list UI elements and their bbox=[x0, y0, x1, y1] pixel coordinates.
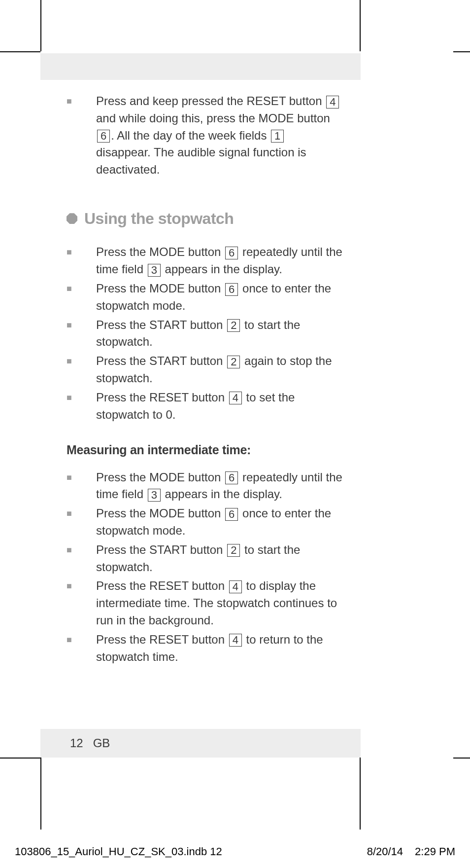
crop-mark bbox=[360, 758, 361, 830]
item-text: Press the MODE button 6 once to enter th… bbox=[96, 505, 342, 540]
ref-box: 6 bbox=[225, 247, 238, 259]
item-text: Press the MODE button 6 repeatedly until… bbox=[96, 469, 342, 504]
ref-box: 4 bbox=[229, 580, 242, 593]
list-item: ■ Press the MODE button 6 repeatedly unt… bbox=[67, 244, 342, 278]
subheading: Measuring an intermediate time: bbox=[67, 441, 342, 459]
heading-text: Using the stopwatch bbox=[84, 207, 234, 230]
bullet-icon: ■ bbox=[67, 353, 96, 387]
bullet-icon: ■ bbox=[67, 469, 96, 504]
page-number: 12 bbox=[70, 736, 83, 750]
slug-time: 2:29 PM bbox=[415, 845, 455, 858]
list-item: ■ Press and keep pressed the RESET butto… bbox=[67, 93, 342, 179]
header-band bbox=[40, 53, 361, 80]
item-text: Press the START button 2 to start the st… bbox=[96, 542, 342, 576]
ref-box: 3 bbox=[148, 489, 161, 502]
item-text: Press the RESET button 4 to display the … bbox=[96, 578, 342, 629]
bullet-icon: ■ bbox=[67, 280, 96, 315]
list-item: ■ Press the RESET button 4 to return to … bbox=[67, 631, 342, 666]
bullet-icon: ■ bbox=[67, 317, 96, 351]
ref-box: 6 bbox=[225, 471, 238, 484]
item-text: Press the RESET button 4 to set the stop… bbox=[96, 389, 342, 424]
list-item: ■ Press the RESET button 4 to set the st… bbox=[67, 389, 342, 424]
slug-filename: 103806_15_Auriol_HU_CZ_SK_03.indb 12 bbox=[15, 845, 222, 858]
bullet-icon: ■ bbox=[67, 389, 96, 424]
crop-mark bbox=[40, 0, 41, 51]
section-heading: Using the stopwatch bbox=[67, 207, 342, 230]
item-text: Press the START button 2 again to stop t… bbox=[96, 353, 342, 387]
ref-box: 2 bbox=[227, 356, 240, 368]
list-item: ■ Press the START button 2 to start the … bbox=[67, 542, 342, 576]
bullet-icon: ■ bbox=[67, 93, 96, 179]
bullet-icon: ■ bbox=[67, 578, 96, 629]
print-slug: 103806_15_Auriol_HU_CZ_SK_03.indb 12 8/2… bbox=[15, 845, 455, 858]
list-item: ■ Press the START button 2 to start the … bbox=[67, 317, 342, 351]
ref-box: 6 bbox=[97, 130, 110, 143]
language-code: GB bbox=[93, 736, 110, 750]
item-text: Press and keep pressed the RESET button … bbox=[96, 93, 342, 179]
list-item: ■ Press the START button 2 again to stop… bbox=[67, 353, 342, 387]
ref-box: 6 bbox=[225, 508, 238, 521]
ref-box: 1 bbox=[271, 130, 284, 143]
list-item: ■ Press the MODE button 6 repeatedly unt… bbox=[67, 469, 342, 504]
crop-mark bbox=[40, 758, 41, 830]
footer-band: 12 GB bbox=[40, 729, 361, 758]
crop-mark bbox=[0, 758, 40, 759]
crop-mark bbox=[453, 758, 470, 759]
ref-box: 4 bbox=[229, 392, 242, 404]
list-item: ■ Press the MODE button 6 once to enter … bbox=[67, 280, 342, 315]
list-item: ■ Press the MODE button 6 once to enter … bbox=[67, 505, 342, 540]
octagon-icon bbox=[67, 213, 77, 224]
bullet-icon: ■ bbox=[67, 505, 96, 540]
ref-box: 2 bbox=[227, 544, 240, 557]
bullet-icon: ■ bbox=[67, 244, 96, 278]
list-item: ■ Press the RESET button 4 to display th… bbox=[67, 578, 342, 629]
ref-box: 4 bbox=[326, 96, 339, 108]
ref-box: 6 bbox=[225, 283, 238, 296]
item-text: Press the MODE button 6 repeatedly until… bbox=[96, 244, 342, 278]
slug-date: 8/20/14 bbox=[367, 845, 403, 858]
item-text: Press the START button 2 to start the st… bbox=[96, 317, 342, 351]
ref-box: 3 bbox=[148, 264, 161, 277]
ref-box: 2 bbox=[227, 319, 240, 332]
ref-box: 4 bbox=[229, 634, 242, 647]
bullet-icon: ■ bbox=[67, 631, 96, 666]
crop-mark bbox=[0, 51, 40, 52]
bullet-icon: ■ bbox=[67, 542, 96, 576]
crop-mark bbox=[360, 0, 361, 51]
crop-mark bbox=[453, 51, 470, 52]
page: ■ Press and keep pressed the RESET butto… bbox=[0, 0, 470, 868]
item-text: Press the MODE button 6 once to enter th… bbox=[96, 280, 342, 315]
item-text: Press the RESET button 4 to return to th… bbox=[96, 631, 342, 666]
body-content: ■ Press and keep pressed the RESET butto… bbox=[67, 93, 342, 667]
